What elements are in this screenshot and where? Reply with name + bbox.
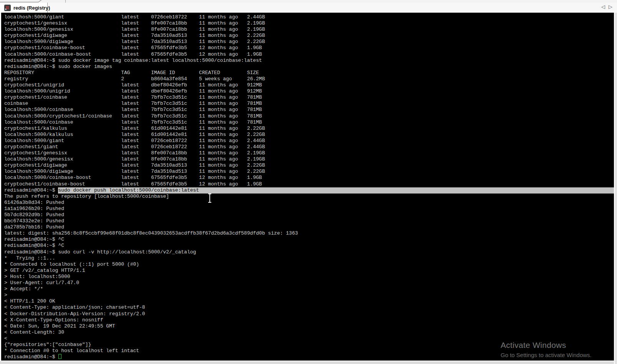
terminal-line: localhosh:5000/coinbase-boost latest 675… [4,51,614,58]
tab-nav-right-icon[interactable]: ▷ [609,4,612,10]
terminal-line: > Accept: */* [4,286,614,292]
terminal-line: 61426a3b8d34: Pushed [4,200,614,206]
terminal-line: coinbase latest 7bfb7cc3d51c 11 months a… [4,101,614,107]
terminal-line: localhosh:5000/coinbase-boost latest 675… [4,175,614,181]
tab-title: redis (Registry) [13,5,50,11]
terminal-line: REPOSITORY TAG IMAGE ID CREATED SIZE [4,70,614,76]
terminal-line: * Connected to localhost (::1) port 5000… [4,261,614,268]
terminal-line: redisadmin@D84:~$ sudo curl -v http://lo… [4,249,614,255]
upper-tab-slant [38,0,42,2]
terminal-line: redisadmin@D84:~$ ^C [4,237,614,243]
terminal-line: da2785b7bb16: Pushed [4,224,614,230]
terminal-line: cryptochest1/coinbase-boost latest 67565… [4,181,614,187]
mremoteng-r-icon: R [4,5,11,11]
terminal-line: redisadmin@D84:~$ [4,354,614,360]
shell-prompt: redisadmin@D84:~$ [4,354,58,360]
terminal-line: cryptochest1/unigrid latest dbef80426efb… [4,82,614,88]
terminal-line: localhosh:5000/kalkulus latest 61d001442… [4,132,614,138]
terminal-line: localhosh:5000/coinbase latest 7bfb7cc3d… [4,107,614,113]
terminal-line: redisadmin@D84:~$ ^C [4,243,614,249]
tab-bar: R redis (Registry) ◁ ▷ [0,3,617,13]
terminal-line: localhosh:5000/unigrid latest dbef80426e… [4,88,614,94]
terminal-line: {"repositories":["coinbase"]} [4,342,614,348]
terminal-block-cursor [58,354,61,359]
terminal-line: * Trying ::1... [4,255,614,261]
tab-redis-registry[interactable]: R redis (Registry) [0,3,48,13]
terminal-line: < Content-Type: application/json; charse… [4,304,614,311]
terminal-line: * Connection #0 to host localhost left i… [4,348,614,354]
terminal-line: < HTTP/1.1 200 OK [4,298,614,304]
terminal-line: > [4,292,614,298]
terminal-line: localhosh:5000/cryptochest1/coinbase lat… [4,113,614,119]
terminal-line: cryptochest1/digiwage latest 7da3510ad51… [4,162,614,169]
tab-strip-remnant [0,0,617,3]
terminal-line: > GET /v2/_catalog HTTP/1.1 [4,268,614,274]
terminal-line: cryptochest1/genesisx latest 8fe007ca18b… [4,20,614,26]
terminal-line: cryptochest1/giant latest 0726ceb18722 1… [4,144,614,150]
terminal-line: latest: digest: sha256:8c8f5ccbf99e68f01… [4,230,614,237]
upper-tab-edge [0,2,38,2]
terminal-line: redisadmin@D84:~$ sudo docker push local… [4,187,614,194]
terminal-line: < Content-Length: 30 [4,329,614,336]
terminal-line: localhosh:5000/giant latest 0726ceb18722… [4,138,614,144]
terminal-line: > Host: localhost:5000 [4,274,614,280]
terminal-viewport[interactable]: localhosh:5000/giant latest 0726ceb18722… [1,13,614,361]
terminal-line: 1a1a19626b20: Pushed [4,206,614,212]
terminal-output: localhosh:5000/giant latest 0726ceb18722… [1,13,614,361]
shell-prompt: redisadmin@D84:~$ [4,187,58,194]
terminal-line: registry 2 b8604a3fe854 5 weeks ago 26.2… [4,76,614,82]
terminal-line: < [4,336,614,342]
text-ibeam-cursor [208,194,212,203]
selected-command-text: sudo docker push localhost:5000/coinbase… [58,187,614,194]
tab-nav-arrows: ◁ ▷ [601,4,612,10]
terminal-line: localhosh:5000/giant latest 0726ceb18722… [4,14,614,20]
terminal-line: redisadmin@D84:~$ sudo docker image tag … [4,58,614,64]
window-right-margin [615,13,617,364]
terminal-line: cryptochest1/coinbase latest 7bfb7cc3d51… [4,94,614,101]
terminal-line: > User-Agent: curl/7.47.0 [4,280,614,286]
tab-nav-left-icon[interactable]: ◁ [601,4,605,10]
terminal-line: localhosh:5000/digiwage latest 7da3510ad… [4,169,614,175]
terminal-line: localhosh:5000/genesisx latest 8fe007ca1… [4,156,614,162]
terminal-line: cryptochest1/digiwage latest 7da3510ad51… [4,33,614,39]
terminal-line: localhost:5000/coinbase latest 7bfb7cc3d… [4,119,614,126]
terminal-line: 5b7dc8292d9b: Pushed [4,212,614,218]
terminal-line: cryptochest1/kalkulus latest 61d001442e8… [4,126,614,132]
terminal-line: < Date: Sun, 19 Dec 2021 22:49:55 GMT [4,323,614,329]
terminal-line: redisadmin@D84:~$ sudo docker images [4,64,614,70]
window-bottom-bar [0,361,614,364]
terminal-line: < Docker-Distribution-Api-Version: regis… [4,311,614,317]
upper-tab-separator [65,0,66,3]
terminal-line: localhosh:5000/genesisx latest 8fe007ca1… [4,26,614,33]
terminal-line: cryptochest1/coinbase-boost latest 67565… [4,45,614,51]
terminal-line: < X-Content-Type-Options: nosniff [4,317,614,323]
terminal-line: bbc674332e2e: Pushed [4,218,614,224]
terminal-line: The push refers to repository [localhost… [4,194,614,200]
terminal-line: localhosh:5000/digiwage latest 7da3510ad… [4,39,614,45]
terminal-line: cryptochest1/genesisx latest 8fe007ca18b… [4,150,614,156]
